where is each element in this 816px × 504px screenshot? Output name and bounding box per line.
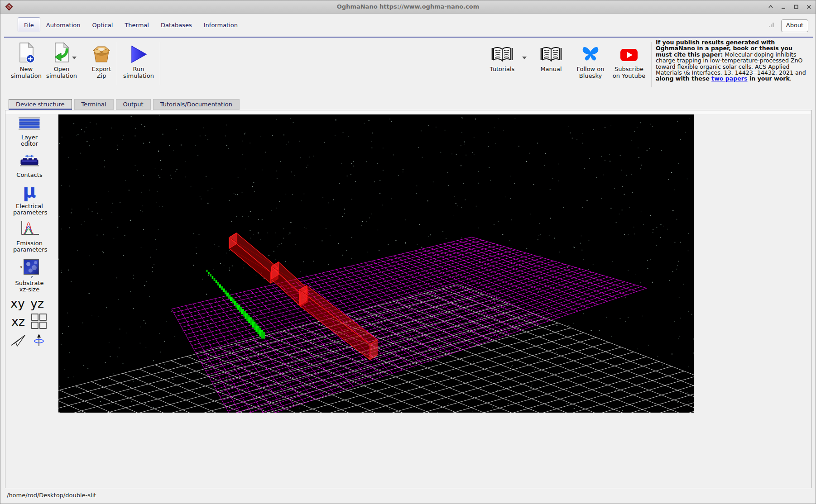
tutorials-button[interactable]: Tutorials <box>485 41 519 72</box>
open-simulation-button[interactable]: Open simulation <box>44 41 79 79</box>
window-title: OghmaNano https://www.oghma-nano.com <box>0 3 816 10</box>
export-zip-button[interactable]: Export Zip <box>84 41 119 79</box>
menu-tab-automation[interactable]: Automation <box>40 19 86 31</box>
camera-view-buttons: xy yz <box>10 296 44 310</box>
toolbar: New simulation Open simulation <box>0 38 816 90</box>
titlebar[interactable]: OghmaNano https://www.oghma-nano.com <box>0 0 816 14</box>
mu-icon: μ <box>13 182 46 200</box>
substrate-image-icon <box>24 259 39 275</box>
menu-tab-thermal[interactable]: Thermal <box>119 19 155 31</box>
3d-viewport[interactable] <box>58 114 694 413</box>
resize-grip-icon <box>768 22 774 28</box>
spectrum-peaks-icon <box>13 220 46 237</box>
menu-tab-bar: File Automation Optical Thermal Database… <box>18 19 244 38</box>
substrate-x-axis-label: x <box>20 265 22 269</box>
tab-output[interactable]: Output <box>116 99 151 110</box>
tutorials-dropdown-icon[interactable] <box>522 57 527 59</box>
run-simulation-button[interactable]: Run simulation <box>121 41 156 79</box>
tab-terminal[interactable]: Terminal <box>74 99 114 110</box>
layers-icon <box>13 117 46 130</box>
sidebar-item-substrate-xz-size[interactable]: x z Substrate xz-size <box>13 259 46 293</box>
menu-tab-information[interactable]: Information <box>198 19 244 31</box>
shade-window-button[interactable] <box>768 4 774 10</box>
manual-button[interactable]: Manual <box>534 41 568 72</box>
view-yz-button[interactable]: yz <box>30 296 44 310</box>
current-path: /home/rod/Desktop/double-slit <box>7 492 96 499</box>
open-book-icon <box>534 41 568 64</box>
contacts-brick-icon <box>13 154 46 168</box>
paper-plane-icon[interactable] <box>10 333 26 347</box>
subscribe-youtube-button[interactable]: Subscribe on Youtube <box>612 41 646 79</box>
open-simulation-dropdown-icon[interactable] <box>72 57 77 59</box>
status-bar: /home/rod/Desktop/double-slit <box>7 492 96 499</box>
minimize-button[interactable] <box>780 4 787 10</box>
package-box-icon <box>84 41 119 64</box>
menu-underline <box>4 37 813 38</box>
sidebar-item-electrical-parameters[interactable]: μ Electrical parameters <box>13 182 46 216</box>
new-document-icon <box>9 41 43 64</box>
view-xz-button[interactable]: xz <box>11 314 25 328</box>
view-xy-button[interactable]: xy <box>10 296 25 310</box>
about-button[interactable]: About <box>781 19 808 32</box>
close-button[interactable] <box>806 4 812 10</box>
grid-2x2-icon[interactable] <box>31 314 47 329</box>
maximize-button[interactable] <box>793 4 799 10</box>
two-papers-link[interactable]: two papers <box>711 75 747 82</box>
open-book-icon <box>485 41 519 64</box>
menu-tab-databases[interactable]: Databases <box>155 19 198 31</box>
new-simulation-button[interactable]: New simulation <box>9 41 43 79</box>
tab-tutorials-documentation[interactable]: Tutorials/Documentation <box>153 99 240 110</box>
substrate-z-axis-label: z <box>18 275 46 279</box>
view-tab-bar: Device structure Terminal Output Tutoria… <box>9 98 240 110</box>
youtube-icon <box>612 41 646 64</box>
menu-tab-optical[interactable]: Optical <box>86 19 119 31</box>
open-document-icon <box>44 41 79 64</box>
sidebar-item-emission-parameters[interactable]: Emission parameters <box>13 220 46 253</box>
bluesky-butterfly-icon <box>573 41 608 64</box>
play-icon <box>121 41 156 64</box>
sidebar-item-contacts[interactable]: Contacts <box>13 154 46 178</box>
follow-bluesky-button[interactable]: Follow on Bluesky <box>573 41 608 79</box>
rotate-axis-icon[interactable] <box>33 333 45 347</box>
tab-device-structure[interactable]: Device structure <box>9 99 72 110</box>
citation-text: If you publish results generated with Og… <box>656 39 810 82</box>
app-window: OghmaNano https://www.oghma-nano.com Fil… <box>0 0 816 504</box>
sidebar-item-layer-editor[interactable]: Layer editor <box>13 117 46 147</box>
menu-tab-file[interactable]: File <box>18 17 40 31</box>
